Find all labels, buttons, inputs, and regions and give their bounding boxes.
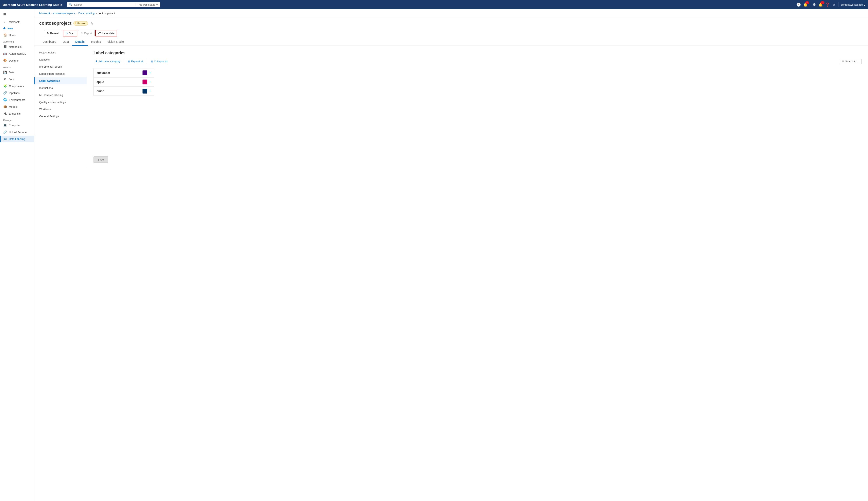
detail-nav-general-settings[interactable]: General Settings: [34, 113, 87, 120]
data-icon: 💾: [3, 71, 7, 74]
tabs: Dashboard Data Details Insights Vision S…: [34, 38, 868, 46]
detail-nav-quality-control[interactable]: Quality control settings: [34, 98, 87, 106]
collapse-icon: ⊟: [151, 60, 153, 63]
sidebar-item-automated-ml[interactable]: 🤖 Automated ML: [0, 50, 34, 57]
label-categories-toolbar: + Add label category ⊞ Expand all ⊟ Coll…: [94, 58, 861, 64]
sidebar-item-pipelines[interactable]: 🔗 Pipelines: [0, 89, 34, 96]
sidebar-item-compute[interactable]: 💻 Compute: [0, 122, 34, 129]
search-box[interactable]: 🔍 This workspace ∨: [67, 2, 160, 7]
tab-details[interactable]: Details: [72, 38, 88, 46]
project-name: contosoproject: [39, 21, 72, 26]
jobs-icon: ⚙: [3, 77, 7, 81]
endpoints-icon: 🔌: [3, 112, 7, 115]
sidebar-item-data[interactable]: 💾 Data: [0, 69, 34, 76]
sidebar-item-data-labeling[interactable]: 🏷 Data Labeling: [0, 136, 34, 142]
add-label-label: Add label category: [98, 60, 120, 63]
alerts-icon[interactable]: 🔔 14: [818, 2, 823, 7]
color-swatch-apple[interactable]: [142, 79, 147, 84]
sidebar-item-components[interactable]: 🧩 Components: [0, 83, 34, 89]
color-swatch-cucumber[interactable]: [142, 71, 147, 75]
search-scope[interactable]: This workspace ∨: [135, 3, 158, 6]
user-menu[interactable]: contosoworkspace ∨: [841, 3, 866, 6]
sidebar-item-environments[interactable]: 🌐 Environments: [0, 96, 34, 103]
user-chevron-icon: ∨: [864, 3, 866, 6]
sidebar-item-models[interactable]: 📦 Models: [0, 103, 34, 110]
assets-section-label: Assets: [0, 64, 34, 69]
add-subcategory-cucumber[interactable]: +: [149, 71, 151, 75]
breadcrumb-sep1: ›: [51, 12, 52, 15]
status-info-icon: ℹ: [75, 22, 76, 25]
collapse-all-button[interactable]: ⊟ Collapse all: [149, 59, 170, 64]
detail-nav-workforce[interactable]: Workforce: [34, 106, 87, 113]
refresh-button[interactable]: ↻ Refresh: [44, 30, 62, 36]
help-icon[interactable]: ❓: [825, 2, 830, 7]
sidebar-item-jobs[interactable]: ⚙ Jobs: [0, 76, 34, 83]
sidebar-item-endpoints[interactable]: 🔌 Endpoints: [0, 110, 34, 117]
export-button[interactable]: ⬆ Export: [78, 30, 95, 36]
username: contosoworkspace: [841, 3, 863, 6]
sidebar: ☰ ← Microsoft ✚ New 🏠 Home Authoring 📓 N…: [0, 9, 34, 501]
detail-nav-datasets[interactable]: Datasets: [34, 56, 87, 63]
components-icon: 🧩: [3, 84, 7, 88]
details-layout: Project details Datasets Incremental ref…: [34, 46, 868, 168]
breadcrumb-current: contosoproject: [98, 12, 115, 15]
plus-icon: ✚: [3, 27, 6, 30]
sidebar-item-notebooks[interactable]: 📓 Notebooks: [0, 43, 34, 50]
breadcrumb-workspace[interactable]: contosoworkspace: [53, 12, 75, 15]
chevron-icon: ∨: [156, 3, 158, 6]
search-categories-box[interactable]: ▽ Search to ...: [840, 59, 861, 64]
sidebar-item-back[interactable]: ← Microsoft: [0, 19, 34, 25]
toolbar-divider1: [124, 59, 124, 63]
sidebar-endpoints-label: Endpoints: [9, 112, 21, 115]
topbar-brand: Microsoft Azure Machine Learning Studio: [2, 3, 62, 7]
save-button[interactable]: Save: [94, 157, 108, 163]
tab-vision-studio[interactable]: Vision Studio: [104, 38, 127, 46]
sidebar-item-designer[interactable]: 🎨 Designer: [0, 57, 34, 64]
panel-title: Label categories: [94, 51, 861, 55]
detail-nav-label-categories[interactable]: Label categories: [34, 77, 87, 84]
alerts-badge: 14: [821, 1, 824, 4]
label-data-button[interactable]: 🏷 Label data: [95, 30, 117, 36]
collapse-label: Collapse all: [154, 60, 168, 63]
new-button[interactable]: ✚ New: [0, 25, 34, 32]
models-icon: 📦: [3, 105, 7, 108]
detail-nav-incremental-refresh[interactable]: Incremental refresh: [34, 63, 87, 70]
hamburger-button[interactable]: ☰: [0, 11, 34, 19]
detail-nav-ml-assisted[interactable]: ML assisted labeling: [34, 92, 87, 98]
label-name-cucumber: cucumber: [97, 71, 110, 74]
detail-nav-instructions[interactable]: Instructions: [34, 84, 87, 92]
add-subcategory-apple[interactable]: +: [149, 80, 151, 84]
clock-icon[interactable]: 🕐: [796, 2, 801, 7]
breadcrumb: Microsoft › contosoworkspace › Data Labe…: [34, 9, 868, 18]
sidebar-models-label: Models: [9, 105, 18, 108]
environments-icon: 🌐: [3, 98, 7, 102]
detail-nav-label-export[interactable]: Label export (optional): [34, 70, 87, 77]
start-button[interactable]: ▷ Start: [63, 30, 77, 36]
notifications-icon[interactable]: 🔔 23: [803, 2, 808, 7]
detail-nav-project-details[interactable]: Project details: [34, 49, 87, 56]
label-name-apple: apple: [97, 81, 104, 84]
settings-icon[interactable]: ⚙: [813, 2, 816, 7]
sidebar-jobs-label: Jobs: [9, 78, 14, 81]
search-input[interactable]: [74, 3, 133, 6]
label-data-icon: 🏷: [98, 32, 101, 35]
add-subcategory-onion[interactable]: +: [149, 89, 151, 93]
tab-dashboard[interactable]: Dashboard: [39, 38, 60, 46]
tab-data[interactable]: Data: [60, 38, 72, 46]
tab-insights[interactable]: Insights: [88, 38, 104, 46]
breadcrumb-sep2: ›: [76, 12, 77, 15]
designer-icon: 🎨: [3, 59, 7, 62]
toolbar-divider2: [147, 59, 147, 63]
sidebar-item-home[interactable]: 🏠 Home: [0, 32, 34, 39]
sidebar-automated-ml-label: Automated ML: [9, 52, 26, 55]
breadcrumb-data-labeling[interactable]: Data Labeling: [78, 12, 95, 15]
smiley-icon[interactable]: ☺: [832, 3, 836, 7]
expand-all-button[interactable]: ⊞ Expand all: [126, 59, 145, 64]
breadcrumb-microsoft[interactable]: Microsoft: [39, 12, 50, 15]
sidebar-item-linked-services[interactable]: 🔗 Linked Services: [0, 129, 34, 136]
star-icon[interactable]: ☆: [90, 21, 93, 25]
add-label-category-button[interactable]: + Add label category: [94, 58, 122, 64]
linked-services-icon: 🔗: [3, 130, 7, 134]
color-swatch-onion[interactable]: [142, 89, 147, 94]
sidebar-environments-label: Environments: [9, 98, 25, 102]
